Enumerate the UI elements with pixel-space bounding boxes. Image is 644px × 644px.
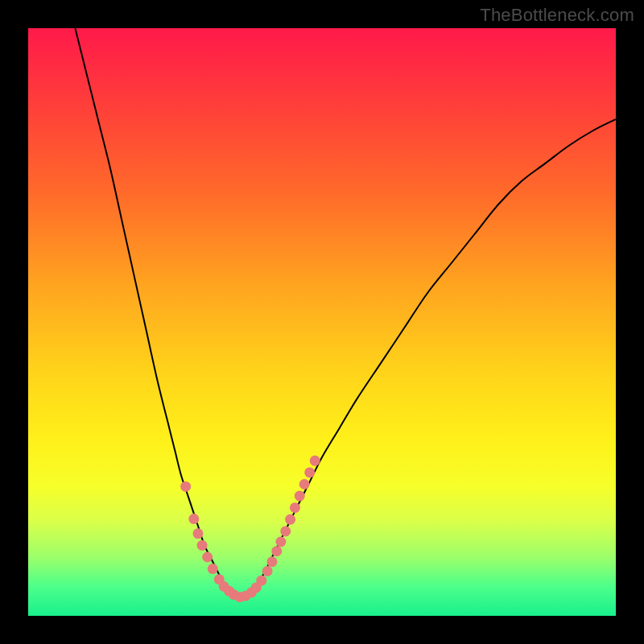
data-marker xyxy=(299,479,310,489)
data-marker xyxy=(271,546,282,556)
chart-frame: TheBottleneck.com xyxy=(0,0,644,644)
data-marker xyxy=(262,566,273,576)
curve-group xyxy=(75,28,616,598)
data-marker xyxy=(280,526,291,536)
data-marker xyxy=(266,556,277,567)
data-marker xyxy=(202,552,213,563)
data-marker xyxy=(285,514,295,525)
data-marker xyxy=(290,502,300,513)
data-marker xyxy=(310,456,320,466)
watermark-text: TheBottleneck.com xyxy=(480,5,634,26)
data-marker xyxy=(197,540,208,551)
data-marker xyxy=(188,514,199,524)
marker-group xyxy=(180,456,320,602)
bottleneck-curve xyxy=(75,28,616,598)
data-marker xyxy=(295,491,305,502)
plot-area xyxy=(28,28,616,616)
data-marker xyxy=(192,528,203,539)
data-marker xyxy=(208,564,218,574)
data-marker xyxy=(304,467,315,477)
data-marker xyxy=(275,537,286,547)
data-marker xyxy=(256,576,266,586)
data-marker xyxy=(180,481,191,492)
chart-svg xyxy=(28,28,616,616)
